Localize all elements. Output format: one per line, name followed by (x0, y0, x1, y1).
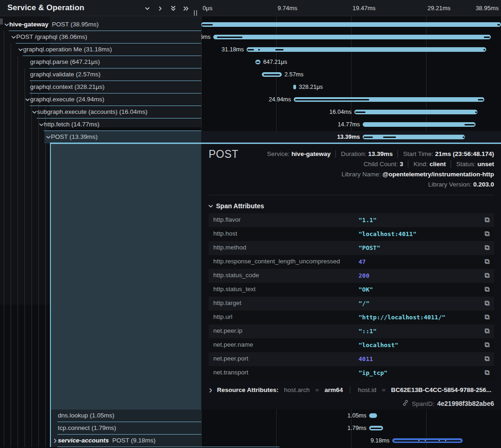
axis-tick: 19.47ms (353, 5, 376, 12)
span-bar[interactable] (293, 85, 296, 89)
meta-label: Library Version: (428, 181, 473, 188)
child-span-marker (264, 74, 280, 75)
copy-icon[interactable]: ⧉ (484, 327, 489, 335)
copy-icon[interactable]: ⧉ (484, 355, 489, 363)
child-span-marker (478, 99, 483, 100)
child-span-marker (256, 62, 260, 63)
row-underline (57, 447, 279, 448)
child-span-marker (383, 137, 396, 138)
span-bar[interactable] (247, 47, 486, 52)
span-bar[interactable] (213, 35, 491, 39)
span-tree-row[interactable]: POST (13.39ms) (0, 131, 201, 143)
collapse-all-icon[interactable] (167, 3, 179, 14)
span-bar[interactable] (294, 97, 484, 102)
service-name: hive-gateway (9, 21, 49, 28)
copy-icon[interactable]: ⧉ (484, 216, 489, 224)
span-name-label: graphql.validate (2.57ms) (30, 71, 100, 78)
chevron-down-icon[interactable] (25, 97, 30, 102)
child-span-marker (258, 49, 260, 50)
span-tree-row[interactable]: graphql.execute (24.94ms) (0, 93, 201, 106)
span-bar[interactable] (363, 122, 476, 127)
chevron-down-icon[interactable] (31, 109, 37, 115)
service-name: service-accounts (58, 437, 109, 444)
attribute-key: net.transport (213, 369, 248, 376)
span-bar[interactable] (369, 426, 383, 430)
meta-label: Kind: (414, 161, 430, 168)
attribute-value: "1.1" (359, 217, 377, 224)
copy-icon[interactable]: ⧉ (484, 299, 489, 307)
span-bar[interactable] (262, 72, 282, 77)
chevron-down-icon (208, 203, 213, 209)
attribute-value: "/" (359, 300, 369, 307)
attribute-key: http.method (213, 244, 246, 251)
attribute-key: http.response_content_length_uncompresse… (213, 258, 340, 265)
copy-icon[interactable]: ⧉ (484, 285, 489, 293)
span-tree-row[interactable]: service-accounts POST (9.18ms) (0, 435, 201, 447)
chevron-down-icon[interactable] (18, 47, 23, 52)
attribute-value: 47 (359, 258, 366, 265)
span-bar[interactable] (255, 60, 260, 64)
link-icon[interactable] (402, 399, 409, 408)
chevron-down-icon[interactable] (11, 34, 16, 40)
span-duration-label: 14.77ms (338, 121, 360, 128)
span-attributes-heading: Span Attributes (216, 202, 264, 210)
span-tree-row[interactable]: hive-gateway POST (38.95ms) (0, 19, 201, 31)
attribute-value: "OK" (359, 286, 373, 293)
collapse-one-icon[interactable] (142, 3, 153, 14)
child-span-dot (418, 440, 420, 441)
copy-icon[interactable]: ⧉ (484, 230, 489, 238)
span-name-label: dns.lookup (1.05ms) (58, 412, 114, 419)
span-tree-row[interactable]: tcp.connect (1.79ms) (0, 422, 201, 435)
chevron-right-icon[interactable] (52, 438, 58, 443)
expand-all-icon[interactable] (180, 3, 192, 14)
span-name-label: graphql.parse (647.21μs) (30, 58, 100, 65)
span-bar[interactable] (363, 135, 465, 139)
service-operation-title: Service & Operation (7, 3, 84, 12)
resource-value: BC62E13B-C4CC-5854-9788-256... (391, 386, 491, 393)
copy-icon[interactable]: ⧉ (484, 341, 489, 349)
axis-tick: 0μs (203, 5, 212, 12)
resource-separator: │ (348, 386, 352, 393)
expand-one-icon[interactable] (155, 3, 166, 14)
attribute-value: "ip_tcp" (359, 369, 388, 376)
span-tree-row[interactable]: http.fetch (14.77ms) (0, 118, 201, 131)
span-name-label: tcp.connect (1.79ms) (58, 424, 116, 431)
child-span-marker (463, 137, 464, 138)
span-attributes-toggle[interactable]: Span Attributes (208, 202, 264, 210)
meta-value: 0.203.0 (473, 181, 494, 188)
chevron-down-icon[interactable] (45, 134, 51, 140)
span-tree-row[interactable]: graphql.context (328.21μs) (0, 81, 201, 93)
span-bar[interactable] (369, 413, 377, 418)
span-tree-row[interactable]: subgraph.execute (accounts) (16.04ms) (0, 106, 201, 118)
span-tree-top: hive-gateway POST (38.95ms)POST /graphql… (0, 19, 201, 143)
chevron-down-icon[interactable] (38, 122, 44, 127)
span-duration-label: 31.18ms (222, 46, 244, 53)
copy-icon[interactable]: ⧉ (484, 313, 489, 321)
span-tree-row[interactable]: graphql.parse (647.21μs) (0, 56, 201, 68)
span-bar[interactable] (201, 22, 501, 27)
meta-value: client (430, 161, 446, 168)
attribute-value: 200 (359, 272, 369, 279)
indent-guide (45, 106, 46, 447)
span-tree-row[interactable]: graphql.operation Me (31.18ms) (0, 44, 201, 56)
copy-icon[interactable]: ⧉ (484, 243, 489, 252)
span-attributes-table: http.flavor"1.1"⧉http.host"localhost:401… (209, 213, 494, 380)
scrollbar-thumb[interactable] (0, 19, 3, 25)
span-tree-row[interactable]: dns.lookup (1.05ms) (0, 410, 201, 422)
span-tree-row[interactable]: graphql.validate (2.57ms) (0, 68, 201, 81)
copy-icon[interactable]: ⧉ (484, 271, 489, 280)
meta-value: 21ms (23:56:48.174) (435, 150, 494, 157)
attribute-key: http.url (213, 313, 232, 320)
attribute-row: http.host"localhost:4011"⧉ (209, 227, 494, 241)
copy-icon[interactable]: ⧉ (484, 257, 489, 266)
child-span-marker (295, 99, 369, 100)
chevron-down-icon[interactable] (4, 22, 9, 27)
span-tree-row[interactable]: POST /graphql (36.06ms) (0, 31, 201, 44)
copy-icon[interactable]: ⧉ (484, 368, 489, 377)
span-bar[interactable] (354, 110, 477, 114)
resource-attributes-row[interactable]: Resource Attributes:host.arch=arm64│host… (208, 386, 495, 393)
span-duration-label: 13.39ms (337, 134, 360, 140)
span-bar[interactable] (392, 438, 463, 443)
meta-line: Library Version: 0.203.0 (267, 180, 494, 190)
column-resize-handle[interactable] (194, 10, 198, 16)
